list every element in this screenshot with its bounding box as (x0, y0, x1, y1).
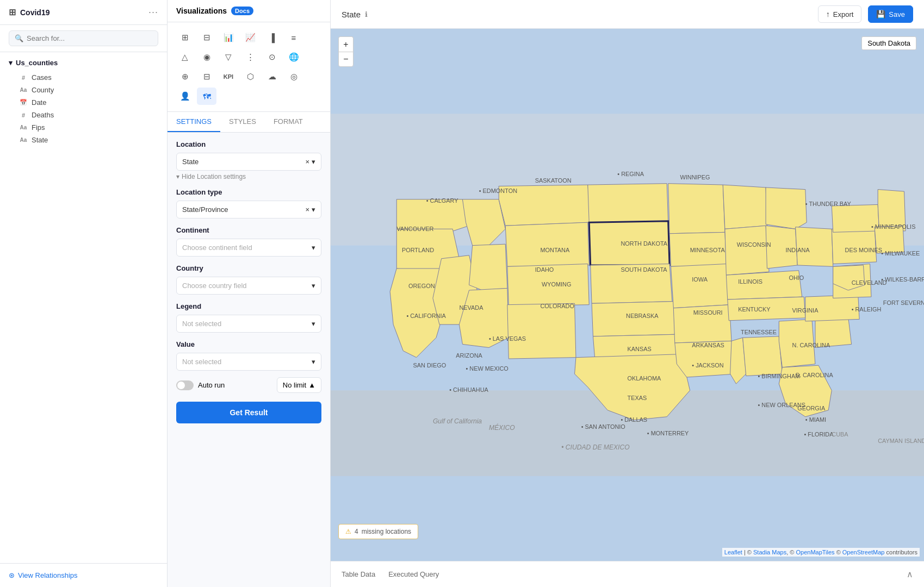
radar-icon[interactable]: ⬡ (240, 68, 260, 85)
field-type-icon: # (20, 112, 27, 118)
pivot-icon[interactable]: ⊟ (197, 29, 216, 46)
state-minnesota[interactable] (668, 184, 725, 234)
svg-text:IDAHO: IDAHO (535, 266, 554, 273)
view-relationships-link[interactable]: ⊛ View Relationships (9, 571, 158, 579)
chevron-down-icon: ▾ (312, 158, 315, 166)
main-header: State ℹ ↑ Export 💾 Save (331, 0, 924, 29)
clear-icon[interactable]: × (305, 205, 309, 214)
docs-badge[interactable]: Docs (231, 7, 253, 15)
osm-link[interactable]: OpenStreetMap (842, 549, 885, 555)
save-label: Save (889, 10, 905, 18)
tab-settings[interactable]: SETTINGS (168, 112, 220, 132)
svg-text:• CALGARY: • CALGARY (426, 197, 459, 204)
dropdown-icons: ▾ (312, 358, 315, 366)
field-deaths[interactable]: # Deaths (9, 109, 158, 121)
map-container[interactable]: + − South Dakota (331, 29, 924, 561)
table-icon[interactable]: ⊞ (175, 29, 195, 46)
openmaptiles-link[interactable]: OpenMapTiles (796, 549, 834, 555)
bubble-icon[interactable]: ⊙ (262, 48, 282, 66)
line-icon[interactable]: 📈 (240, 29, 260, 46)
field-state[interactable]: Aa State (9, 134, 158, 146)
people-icon[interactable]: 👤 (175, 88, 195, 105)
svg-text:• EDMONTON: • EDMONTON (479, 188, 517, 194)
table-data-tab[interactable]: Table Data (342, 568, 375, 580)
hide-location-link[interactable]: ▾ Hide Location settings (176, 173, 321, 180)
map-geo-icon[interactable]: 🌐 (284, 48, 303, 66)
leaflet-link[interactable]: Leaflet (724, 549, 742, 555)
location-dropdown[interactable]: State × ▾ (176, 153, 321, 171)
svg-text:• BIRMINGHAM: • BIRMINGHAM (758, 373, 801, 379)
svg-text:OHIO: OHIO (789, 274, 804, 281)
field-county[interactable]: Aa County (9, 84, 158, 96)
stadia-link[interactable]: Stadia Maps (753, 549, 786, 555)
more-options-icon[interactable]: ··· (148, 7, 158, 18)
clear-icon[interactable]: × (305, 158, 309, 166)
dataset-group[interactable]: ▾ Us_counties (9, 59, 158, 67)
state-alabama[interactable] (743, 336, 783, 376)
legend-dropdown[interactable]: Not selected ▾ (176, 315, 321, 333)
svg-text:• REGINA: • REGINA (617, 171, 644, 177)
location-value: State (182, 158, 199, 166)
gantt-icon[interactable]: ⊟ (197, 68, 216, 85)
get-result-button[interactable]: Get Result (176, 402, 321, 423)
svg-text:INDIANA: INDIANA (785, 247, 810, 253)
state-wyoming[interactable] (505, 222, 589, 266)
continent-dropdown[interactable]: Choose continent field ▾ (176, 239, 321, 257)
visualization-type-grid: ⊞ ⊟ 📊 📈 ▐ ≡ △ ◉ ▽ ⋮ ⊙ 🌐 ⊕ ⊟ KPI ⬡ ☁ ◎ 👤 … (168, 22, 330, 112)
svg-text:WINNIPEG: WINNIPEG (680, 174, 710, 180)
area-icon[interactable]: △ (175, 48, 195, 66)
horizontal-bar-icon[interactable]: ≡ (284, 29, 303, 46)
bottom-tabs: Table Data Executed Query (342, 568, 439, 580)
map-fill-icon[interactable]: 🗺 (197, 88, 216, 105)
state-illinois[interactable] (725, 226, 769, 275)
state-north-dakota[interactable] (588, 184, 668, 223)
field-tree: ▾ Us_counties # Cases Aa County 📅 Date #… (0, 52, 167, 563)
info-icon[interactable]: ℹ (365, 10, 368, 18)
chevron-down-icon: ▾ (312, 358, 315, 366)
tab-styles[interactable]: STYLES (220, 112, 265, 132)
svg-text:TEXAS: TEXAS (628, 395, 647, 401)
state-michigan[interactable] (766, 188, 807, 229)
auto-run-toggle[interactable] (176, 380, 194, 390)
kpi-icon[interactable]: KPI (219, 68, 238, 85)
state-utah[interactable] (469, 244, 507, 290)
save-button[interactable]: 💾 Save (868, 5, 913, 23)
field-fips[interactable]: Aa Fips (9, 121, 158, 134)
svg-text:• MINNEAPOLIS: • MINNEAPOLIS (871, 223, 915, 230)
funnel-icon[interactable]: ▽ (219, 48, 238, 66)
state-missouri[interactable] (671, 264, 730, 308)
main-content: State ℹ ↑ Export 💾 Save + − South Dakota (331, 0, 924, 587)
settings-tabs: SETTINGS STYLES FORMAT (168, 112, 330, 133)
zoom-out-button[interactable]: − (338, 52, 354, 67)
pie-icon[interactable]: ◉ (197, 48, 216, 66)
svg-text:• JACKSON: • JACKSON (692, 362, 723, 369)
field-cases[interactable]: # Cases (9, 71, 158, 84)
state-wisconsin[interactable] (723, 185, 767, 229)
zoom-in-button[interactable]: + (338, 36, 354, 52)
executed-query-tab[interactable]: Executed Query (388, 568, 439, 580)
missing-locations-badge[interactable]: ⚠ 4 missing locations (338, 524, 418, 539)
viz-header: Visualizations Docs (168, 0, 330, 22)
country-dropdown[interactable]: Choose country field ▾ (176, 277, 321, 295)
export-button[interactable]: ↑ Export (818, 5, 862, 23)
hide-location-label: Hide Location settings (182, 173, 246, 180)
location-type-dropdown[interactable]: State/Province × ▾ (176, 201, 321, 218)
tab-format[interactable]: FORMAT (265, 112, 312, 132)
wordcloud-icon[interactable]: ☁ (262, 68, 282, 85)
state-pennsylvania[interactable] (832, 227, 876, 264)
column-icon[interactable]: ▐ (262, 29, 282, 46)
search-input[interactable] (27, 34, 152, 42)
scatter-icon[interactable]: ⋮ (240, 48, 260, 66)
mixed-chart-icon[interactable]: ⊕ (175, 68, 195, 85)
gauge-icon[interactable]: ◎ (284, 68, 303, 85)
svg-text:OREGON: OREGON (408, 283, 435, 289)
bar-icon[interactable]: 📊 (219, 29, 238, 46)
search-box[interactable]: 🔍 (9, 30, 158, 46)
no-limit-dropdown[interactable]: No limit ▲ (277, 377, 321, 393)
value-dropdown[interactable]: Not selected ▾ (176, 353, 321, 371)
warning-icon: ⚠ (345, 528, 351, 535)
collapse-icon[interactable]: ∧ (907, 569, 913, 579)
svg-text:IOWA: IOWA (692, 276, 708, 283)
field-date[interactable]: 📅 Date (9, 96, 158, 109)
state-new-mexico[interactable] (507, 303, 576, 359)
